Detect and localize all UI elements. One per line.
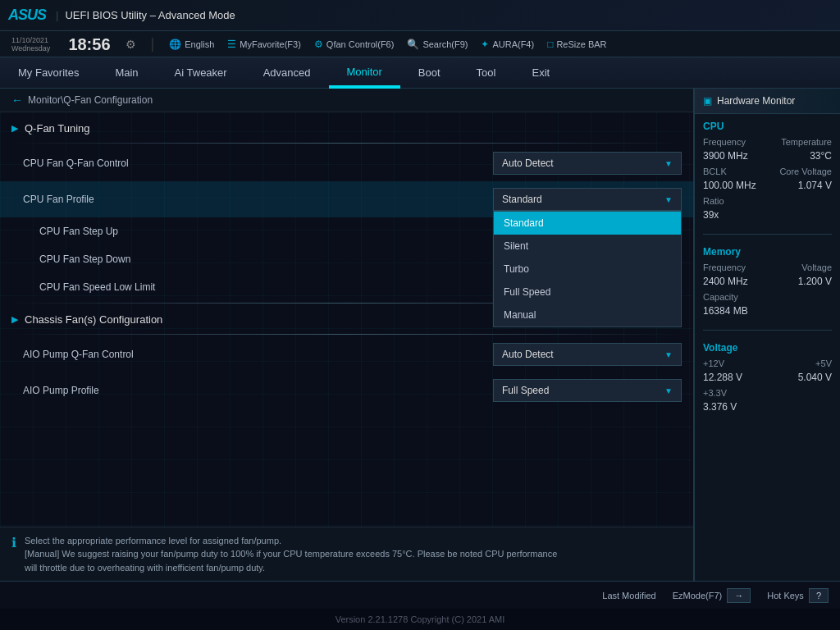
hw-mem-capacity-value: 16384 MB [703,305,748,317]
hw-cpu-bclk-value-row: 100.00 MHz 1.074 V [703,180,832,193]
aio-pump-profile-dropdown[interactable]: Full Speed ▼ [493,379,682,402]
hw-memory-section: Memory Frequency Voltage 2400 MHz 1.200 … [695,240,840,325]
hw-mem-voltage-value: 1.200 V [798,276,832,287]
aio-pump-control-dropdown-wrapper: Auto Detect ▼ [493,343,682,366]
dropdown-option-full-speed[interactable]: Full Speed [494,281,681,304]
hw-v12-value-row: 12.288 V 5.040 V [703,372,832,385]
hw-cpu-ratio-row: Ratio [703,196,832,206]
hw-cpu-freq-value-row: 3900 MHz 33°C [703,150,832,163]
sidebar-item-my-favorites[interactable]: My Favorites [0,57,97,89]
toolbar-items: 🌐 English ☰ MyFavorite(F3) ⚙ Qfan Contro… [169,39,606,50]
aio-pump-profile-label: AIO Pump Profile [23,385,493,396]
cpu-fan-control-dropdown[interactable]: Auto Detect ▼ [493,152,682,175]
myfavorite-icon: ☰ [227,39,236,50]
hotkeys-icon: ? [809,588,829,603]
content-area: ▶ Q-Fan Tuning CPU Fan Q-Fan Control Aut… [0,112,693,527]
toolbar-qfan[interactable]: ⚙ Qfan Control(F6) [314,39,395,50]
dropdown-option-manual[interactable]: Manual [494,304,681,326]
header: ASUS | UEFI BIOS Utility – Advanced Mode [0,0,840,31]
hotkeys-label: Hot Keys [767,591,804,600]
hw-cpu-temp-value: 33°C [810,150,832,162]
datetime-block: 11/10/2021 Wednesday [11,36,50,52]
toolbar-resizebar-label: ReSize BAR [556,39,606,49]
hw-cpu-freq-row: Frequency Temperature [703,137,832,147]
hw-divider-1 [703,234,832,235]
chassis-fan-arrow: ▶ [11,314,18,325]
toolbar-resizebar[interactable]: □ ReSize BAR [547,39,606,50]
toolbar-date-line1: 11/10/2021 [11,36,48,44]
aio-pump-control-label: AIO Pump Q-Fan Control [23,349,493,360]
ezmode-item[interactable]: EzMode(F7) → [673,588,751,603]
breadcrumb: ← Monitor\Q-Fan Configuration [0,89,693,112]
toolbar-language[interactable]: 🌐 English [169,39,214,50]
sidebar-item-boot[interactable]: Boot [400,57,459,89]
asus-brand: ASUS [8,7,46,24]
hw-cpu-section: CPU Frequency Temperature 3900 MHz 33°C … [695,114,840,229]
hw-cpu-corevoltage-label: Core Voltage [779,167,832,176]
aura-icon: ✦ [481,39,489,50]
sidebar-item-main[interactable]: Main [97,57,156,89]
q-fan-tuning-section[interactable]: ▶ Q-Fan Tuning [0,116,693,141]
breadcrumb-back-arrow[interactable]: ← [11,94,23,107]
aio-pump-profile-dropdown-wrapper: Full Speed ▼ [493,379,682,402]
dropdown-option-standard[interactable]: Standard [494,212,681,235]
hw-cpu-bclk-label: BCLK [703,167,727,176]
ezmode-label: EzMode(F7) [673,591,723,600]
resizebar-icon: □ [547,39,553,50]
hw-cpu-corevoltage-value: 1.074 V [798,180,832,191]
breadcrumb-path: Monitor\Q-Fan Configuration [28,94,153,106]
dropdown-option-silent[interactable]: Silent [494,235,681,258]
aio-pump-control-dropdown[interactable]: Auto Detect ▼ [493,343,682,366]
sidebar-item-ai-tweaker[interactable]: Ai Tweaker [157,57,245,89]
hw-cpu-title: CPU [703,121,832,132]
sidebar-item-tool[interactable]: Tool [459,57,514,89]
sidebar-item-monitor[interactable]: Monitor [329,57,400,89]
hw-voltage-section: Voltage +12V +5V 12.288 V 5.040 V +3.3V … [695,336,840,421]
hw-v5-value: 5.040 V [798,372,832,383]
cpu-fan-control-dropdown-wrapper: Auto Detect ▼ [493,152,682,175]
ezmode-icon: → [727,588,751,603]
cpu-fan-control-value: Auto Detect [502,158,554,169]
cpu-fan-profile-row: CPU Fan Profile Standard ▼ Standard Sile… [0,181,693,217]
hw-cpu-bclk-row: BCLK Core Voltage [703,167,832,176]
hw-v33-row: +3.3V [703,388,832,398]
sidebar-item-exit[interactable]: Exit [514,57,568,89]
bottom-bar: Last Modified EzMode(F7) → Hot Keys ? [0,581,840,609]
sidebar-item-advanced[interactable]: Advanced [245,57,329,89]
q-fan-tuning-arrow: ▶ [11,123,18,134]
hotkeys-item[interactable]: Hot Keys ? [767,588,829,603]
hw-v5-label: +5V [815,358,832,368]
dropdown-option-turbo[interactable]: Turbo [494,258,681,281]
divider-3 [11,334,682,335]
q-fan-tuning-title: Q-Fan Tuning [25,122,90,135]
toolbar-aura-label: AURA(F4) [492,39,534,49]
hw-mem-freq-value: 2400 MHz [703,276,748,287]
cpu-fan-profile-arrow: ▼ [664,195,673,204]
toolbar-qfan-label: Qfan Control(F6) [326,39,395,49]
hw-cpu-ratio-label: Ratio [703,196,724,206]
toolbar-date-line2: Wednesday [11,44,50,52]
hw-mem-capacity-value-row: 16384 MB [703,305,832,318]
version-text: Version 2.21.1278 Copyright (C) 2021 AMI [336,614,505,624]
version-bar: Version 2.21.1278 Copyright (C) 2021 AMI [0,609,840,630]
hw-v12-value: 12.288 V [703,372,742,383]
aio-pump-control-value: Auto Detect [502,349,554,360]
cpu-fan-control-row: CPU Fan Q-Fan Control Auto Detect ▼ [0,145,693,181]
toolbar-aura[interactable]: ✦ AURA(F4) [481,39,534,50]
last-modified-item[interactable]: Last Modified [602,591,655,600]
info-line3: will throttle due to overheating with in… [25,561,557,575]
hw-v12-row: +12V +5V [703,358,832,368]
toolbar-search[interactable]: 🔍 Search(F9) [407,39,468,50]
hw-cpu-freq-value: 3900 MHz [703,150,748,162]
cpu-fan-profile-dropdown[interactable]: Standard ▼ [493,188,682,211]
aio-pump-control-row: AIO Pump Q-Fan Control Auto Detect ▼ [0,336,693,372]
aio-pump-control-arrow: ▼ [664,350,673,359]
hw-cpu-freq-label: Frequency [703,137,746,147]
hw-mem-freq-row: Frequency Voltage [703,262,832,272]
toolbar-search-label: Search(F9) [422,39,468,49]
hw-mem-capacity-row: Capacity [703,292,832,302]
toolbar-language-label: English [185,39,214,49]
toolbar-myfavorite[interactable]: ☰ MyFavorite(F3) [227,39,301,50]
cpu-fan-profile-value: Standard [502,194,542,205]
hw-monitor-icon: ▣ [703,95,712,107]
